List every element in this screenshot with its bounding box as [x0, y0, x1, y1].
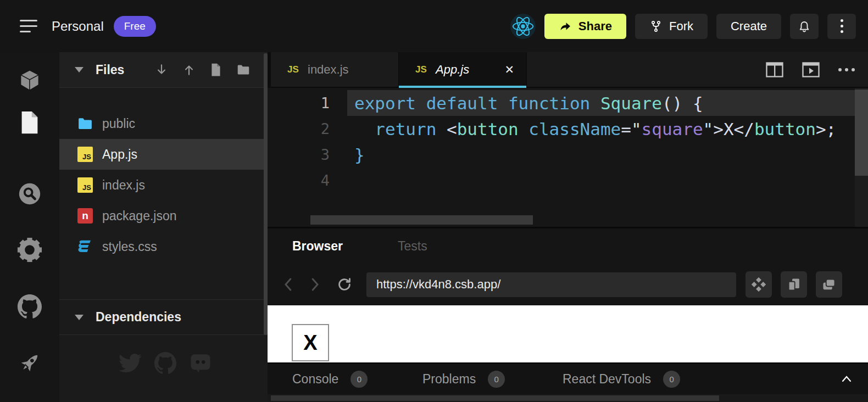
react-devtools-tab[interactable]: React DevTools 0: [563, 371, 680, 388]
files-panel-icon[interactable]: [0, 108, 59, 137]
collapse-triangle-icon: [75, 67, 84, 72]
responsive-mode-button[interactable]: [745, 271, 772, 298]
tab-browser[interactable]: Browser: [292, 239, 343, 254]
count-badge: 0: [350, 371, 368, 388]
editor-tab-bar: JS index.js JS App.js ✕: [271, 52, 868, 88]
javascript-file-icon: JS: [77, 146, 93, 163]
count-badge: 0: [663, 371, 680, 388]
back-chevron-icon[interactable]: [281, 276, 296, 293]
sandbox-info-icon[interactable]: [0, 66, 59, 94]
code-line: 4: [268, 168, 855, 193]
count-badge: 0: [488, 371, 505, 388]
notifications-button[interactable]: [790, 14, 819, 39]
kebab-menu-icon: [841, 19, 843, 33]
javascript-tab-icon: JS: [415, 63, 428, 76]
line-number: 2: [268, 120, 347, 137]
files-title: Files: [96, 63, 124, 77]
top-header: Personal Free Share: [0, 0, 868, 52]
devtools-bar: Console 0 Problems 0 React DevTools 0: [268, 362, 868, 394]
mirror-views-button[interactable]: [781, 271, 807, 298]
more-options-button[interactable]: [827, 14, 856, 39]
codesandbox-app: Personal Free Share: [0, 0, 868, 402]
rocket-deploy-icon[interactable]: [0, 349, 59, 377]
social-links: [119, 351, 212, 377]
file-explorer: Files: [59, 52, 268, 402]
tab-index-js[interactable]: JS index.js: [271, 52, 399, 87]
open-in-new-window-button[interactable]: [816, 271, 842, 298]
tab-app-js[interactable]: JS App.js ✕: [399, 52, 527, 87]
new-folder-icon[interactable]: [236, 63, 251, 77]
editor-horizontal-scrollbar[interactable]: [310, 215, 533, 225]
workspace-name[interactable]: Personal: [52, 19, 104, 34]
chevron-up-icon[interactable]: [841, 375, 853, 383]
dependencies-title: Dependencies: [96, 310, 181, 325]
create-button[interactable]: Create: [716, 14, 781, 39]
file-row-app-js[interactable]: JS App.js: [59, 139, 264, 170]
file-row-public[interactable]: public: [59, 108, 264, 139]
react-logo-icon: [510, 14, 536, 39]
editor-vertical-scrollbar[interactable]: [855, 88, 868, 227]
folder-icon: [77, 115, 93, 132]
discord-icon[interactable]: [189, 351, 212, 377]
share-button[interactable]: Share: [544, 14, 626, 39]
console-tab[interactable]: Console 0: [292, 371, 368, 388]
plan-badge[interactable]: Free: [114, 16, 156, 37]
javascript-tab-icon: JS: [287, 63, 300, 76]
javascript-file-icon: JS: [77, 177, 93, 193]
bottom-horizontal-scrollbar[interactable]: [268, 394, 868, 402]
explorer-scrollbar[interactable]: [264, 53, 268, 335]
url-bar[interactable]: [366, 272, 736, 297]
collapse-triangle-icon: [75, 315, 84, 320]
scrollbar-thumb[interactable]: [855, 90, 868, 176]
editor-more-options-icon[interactable]: [838, 68, 855, 71]
code-editor[interactable]: 1 export default function Square() { 2 r…: [268, 88, 868, 227]
browser-navigation-bar: [268, 264, 868, 305]
twitter-icon[interactable]: [119, 351, 142, 377]
fork-button[interactable]: Fork: [635, 14, 708, 39]
file-row-styles-css[interactable]: styles.css: [59, 231, 264, 262]
npm-file-icon: n: [77, 208, 93, 224]
tab-tests[interactable]: Tests: [398, 239, 427, 254]
problems-tab[interactable]: Problems 0: [422, 371, 505, 388]
line-number: 1: [268, 94, 347, 111]
share-arrow-icon: [559, 20, 572, 33]
code-line: 1 export default function Square() {: [268, 90, 855, 116]
download-sandbox-icon[interactable]: [154, 63, 169, 77]
settings-gear-icon[interactable]: [0, 236, 59, 264]
forward-chevron-icon[interactable]: [308, 276, 322, 293]
menu-icon[interactable]: [20, 20, 37, 32]
scrollbar-thumb[interactable]: [271, 395, 719, 401]
refresh-icon[interactable]: [336, 276, 353, 293]
line-number: 3: [268, 146, 347, 163]
github-icon[interactable]: [0, 292, 59, 321]
code-line: 3 }: [268, 142, 855, 168]
file-row-package-json[interactable]: n package.json: [59, 200, 264, 231]
line-number: 4: [268, 172, 347, 189]
new-file-icon[interactable]: [209, 63, 222, 77]
browser-preview: X: [268, 305, 868, 362]
activity-rail: [0, 52, 59, 402]
preview-panel-tabs: Browser Tests: [268, 227, 868, 264]
code-line: 2 return <button className="square">X</b…: [268, 116, 855, 142]
github-link-icon[interactable]: [154, 351, 177, 377]
files-section-header[interactable]: Files: [59, 52, 268, 88]
preview-window-icon[interactable]: [802, 62, 820, 77]
file-row-index-js[interactable]: JS index.js: [59, 170, 264, 200]
split-view-icon[interactable]: [766, 62, 783, 77]
preview-square-button[interactable]: X: [292, 324, 329, 361]
css-file-icon: [77, 238, 93, 255]
dependencies-section-header[interactable]: Dependencies: [59, 299, 268, 335]
upload-files-icon[interactable]: [182, 63, 196, 77]
close-tab-icon[interactable]: ✕: [504, 63, 514, 76]
fork-icon: [649, 20, 663, 33]
search-icon[interactable]: [0, 180, 59, 208]
bell-icon: [797, 19, 811, 34]
